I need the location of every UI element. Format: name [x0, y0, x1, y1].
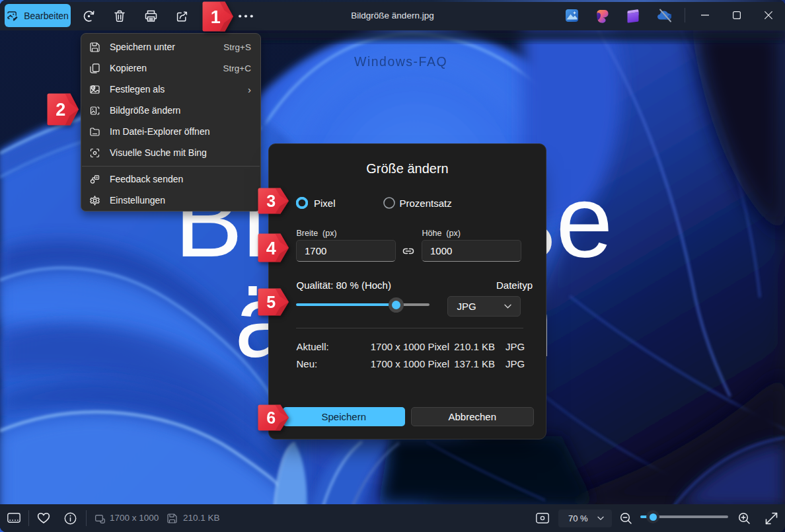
- svg-text:1: 1: [211, 7, 221, 27]
- svg-text:Windows-FAQ: Windows-FAQ: [354, 54, 447, 69]
- svg-text:5: 5: [266, 293, 276, 311]
- svg-text:3: 3: [266, 192, 276, 210]
- svg-text:4: 4: [266, 239, 276, 258]
- svg-text:2: 2: [56, 100, 65, 120]
- svg-text:6: 6: [266, 408, 276, 427]
